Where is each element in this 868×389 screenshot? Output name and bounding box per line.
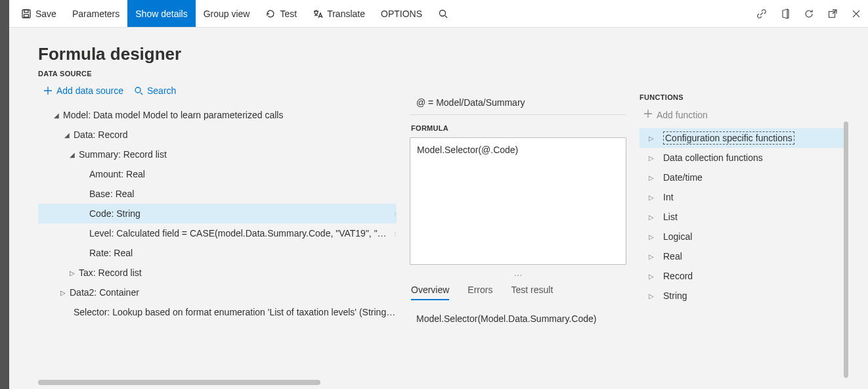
test-button[interactable]: Test	[257, 0, 305, 27]
tree-node-rate[interactable]: Rate: Real	[38, 243, 397, 263]
functions-list: ▷ Configuration specific functions ▷ Dat…	[640, 128, 844, 306]
tree-node-data[interactable]: ◢ Data: Record	[38, 125, 397, 145]
collapse-icon[interactable]: ◢	[60, 131, 74, 139]
tree-node-summary[interactable]: ◢ Summary: Record list	[38, 145, 397, 164]
expand-icon[interactable]: ▷	[649, 273, 663, 280]
page-title: Formula designer	[38, 44, 397, 64]
tab-errors[interactable]: Errors	[467, 281, 492, 300]
data-source-label: DATA SOURCE	[38, 70, 397, 78]
plus-icon	[43, 86, 53, 95]
options-button[interactable]: OPTIONS	[373, 0, 430, 27]
search-data-source-button[interactable]: Search	[134, 85, 176, 96]
options-label: OPTIONS	[381, 9, 422, 19]
more-icon[interactable]: ⋮	[393, 231, 397, 237]
formula-editor[interactable]: Model.Selector(@.Code)	[410, 137, 626, 265]
add-data-source-button[interactable]: Add data source	[43, 85, 123, 96]
expand-icon[interactable]: ▷	[649, 233, 663, 240]
save-icon	[21, 9, 32, 19]
fn-category-config[interactable]: ▷ Configuration specific functions	[640, 128, 844, 148]
vertical-scrollbar[interactable]	[844, 122, 848, 378]
fn-category-record[interactable]: ▷ Record	[640, 266, 844, 286]
tree-node-level[interactable]: Level: Calculated field = CASE(model.Dat…	[38, 223, 397, 243]
fn-category-list[interactable]: ▷ List	[640, 207, 844, 227]
save-button[interactable]: Save	[13, 0, 64, 27]
svg-point-3	[440, 10, 446, 16]
horizontal-scrollbar[interactable]	[38, 380, 320, 385]
tree-node-selector[interactable]: Selector: Lookup based on format enumera…	[38, 302, 397, 322]
fn-category-real[interactable]: ▷ Real	[640, 246, 844, 266]
tab-test-result[interactable]: Test result	[511, 281, 553, 300]
svg-rect-2	[24, 14, 29, 17]
svg-rect-0	[22, 10, 30, 18]
expand-icon[interactable]: ▷	[649, 154, 663, 162]
translate-label: Translate	[327, 9, 365, 19]
tree-node-base[interactable]: Base: Real	[38, 184, 397, 204]
tree-node-code[interactable]: Code: String ⋮	[38, 204, 397, 223]
fn-category-string[interactable]: ▷ String	[640, 286, 844, 306]
tree-node-tax[interactable]: ▷ Tax: Record list	[38, 263, 397, 283]
show-details-button[interactable]: Show details	[127, 0, 195, 27]
resize-handle[interactable]: …	[410, 265, 626, 281]
fn-category-datacollection[interactable]: ▷ Data collection functions	[640, 148, 844, 168]
svg-point-5	[135, 87, 141, 93]
expand-icon[interactable]: ▷	[649, 135, 663, 142]
parameters-label: Parameters	[72, 9, 119, 19]
formula-label: FORMULA	[411, 124, 626, 132]
expand-icon[interactable]: ▷	[649, 214, 663, 221]
data-source-tree: ◢ Model: Data model Model to learn param…	[38, 105, 397, 389]
fn-category-datetime[interactable]: ▷ Date/time	[640, 168, 844, 187]
expand-icon[interactable]: ▷	[649, 292, 663, 300]
office-icon[interactable]	[773, 0, 797, 27]
tree-node-data2[interactable]: ▷ Data2: Container	[38, 283, 397, 302]
collapse-icon[interactable]: ◢	[50, 112, 63, 119]
expand-icon[interactable]: ▷	[649, 174, 663, 181]
expand-icon[interactable]: ▷	[56, 289, 70, 296]
more-icon[interactable]: ⋮	[393, 211, 397, 217]
expand-icon[interactable]: ▷	[649, 253, 663, 260]
nav-rail	[0, 0, 9, 389]
expand-icon[interactable]: ▷	[66, 269, 79, 277]
translate-button[interactable]: Translate	[305, 0, 373, 27]
group-view-button[interactable]: Group view	[196, 0, 258, 27]
reload-icon[interactable]	[797, 0, 821, 27]
add-data-source-label: Add data source	[56, 85, 123, 96]
parameters-button[interactable]: Parameters	[64, 0, 127, 27]
popout-icon[interactable]	[821, 0, 844, 27]
formula-text: Model.Selector(@.Code)	[417, 145, 518, 155]
formula-resolved: Model.Selector(Model.Data.Summary.Code)	[410, 304, 626, 327]
tab-overview[interactable]: Overview	[411, 281, 449, 300]
tree-node-amount[interactable]: Amount: Real	[38, 164, 397, 184]
fn-category-logical[interactable]: ▷ Logical	[640, 227, 844, 246]
group-view-label: Group view	[204, 9, 250, 19]
test-label: Test	[280, 9, 297, 19]
show-details-label: Show details	[135, 9, 187, 19]
search-label: Search	[147, 85, 176, 96]
expand-icon[interactable]: ▷	[649, 194, 663, 201]
svg-rect-1	[24, 10, 28, 12]
plus-icon	[643, 109, 653, 120]
add-function-label: Add function	[657, 110, 708, 120]
translate-icon	[313, 9, 323, 19]
search-icon	[134, 86, 143, 95]
fn-category-int[interactable]: ▷ Int	[640, 187, 844, 207]
close-icon[interactable]	[844, 0, 868, 27]
link-icon[interactable]	[750, 0, 773, 27]
collapse-icon[interactable]: ◢	[66, 151, 79, 158]
toolbar-search-button[interactable]	[430, 0, 456, 27]
functions-label: FUNCTIONS	[640, 93, 844, 101]
toolbar: Save Parameters Show details Group view …	[9, 0, 868, 28]
formula-context: @ = Model/Data/Summary	[410, 93, 626, 115]
search-icon	[438, 9, 448, 19]
tree-node-model[interactable]: ◢ Model: Data model Model to learn param…	[38, 105, 397, 125]
formula-tabs: Overview Errors Test result	[410, 281, 626, 300]
add-function-button[interactable]: Add function	[643, 109, 844, 120]
save-label: Save	[35, 9, 56, 19]
refresh-icon	[265, 9, 276, 19]
